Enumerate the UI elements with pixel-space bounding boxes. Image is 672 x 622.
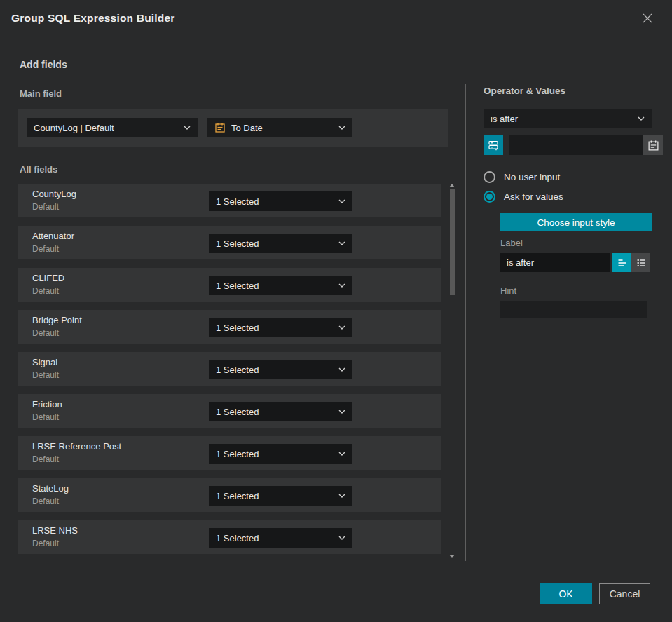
field-sublabel: Default xyxy=(32,244,59,254)
main-field-date-select[interactable]: To Date xyxy=(207,118,352,137)
field-row: CLIFED Default 1 Selected xyxy=(18,268,441,302)
field-sublabel: Default xyxy=(32,539,59,548)
field-row: StateLog Default 1 Selected xyxy=(18,478,441,512)
group-sql-expression-builder-dialog: Group SQL Expression Builder Add fields … xyxy=(0,0,672,622)
field-name: LRSE Reference Post xyxy=(32,441,121,452)
value-input[interactable] xyxy=(509,135,643,155)
field-selected-dropdown[interactable]: 1 Selected xyxy=(209,318,352,337)
chevron-down-icon xyxy=(338,283,345,288)
chevron-down-icon xyxy=(338,126,345,130)
all-fields-list: CountyLog Default 1 Selected Attenuator … xyxy=(18,184,441,554)
ok-button[interactable]: OK xyxy=(540,583,592,604)
field-selected-dropdown[interactable]: 1 Selected xyxy=(209,276,352,295)
scrollbar-thumb[interactable] xyxy=(450,189,455,295)
chevron-down-icon xyxy=(338,325,345,330)
chevron-down-icon xyxy=(338,241,345,245)
field-row: LRSE NHS Default 1 Selected xyxy=(18,520,441,554)
label-field-label: Label xyxy=(500,238,652,248)
add-fields-heading: Add fields xyxy=(20,59,67,70)
chevron-down-icon xyxy=(338,410,345,414)
field-sublabel: Default xyxy=(32,496,59,506)
list-scrollbar[interactable] xyxy=(447,182,457,560)
field-selected-dropdown[interactable]: 1 Selected xyxy=(209,191,352,211)
field-row: Bridge Point Default 1 Selected xyxy=(18,310,441,344)
panel-divider xyxy=(465,84,466,561)
field-row: Friction Default 1 Selected xyxy=(18,394,441,428)
label-input-row xyxy=(500,253,652,272)
field-sublabel: Default xyxy=(32,412,59,422)
field-name: LRSE NHS xyxy=(32,525,78,536)
radio-label: Ask for values xyxy=(504,191,563,202)
all-fields-label: All fields xyxy=(20,164,57,175)
field-name: Signal xyxy=(32,357,57,367)
operator-values-heading: Operator & Values xyxy=(484,86,565,96)
selected-count: 1 Selected xyxy=(216,365,259,375)
field-selected-dropdown[interactable]: 1 Selected xyxy=(209,486,352,506)
selected-count: 1 Selected xyxy=(216,449,259,459)
main-field-date-value: To Date xyxy=(231,123,263,133)
chevron-down-icon xyxy=(338,367,345,372)
field-name: StateLog xyxy=(32,483,69,494)
hint-field-label: Hint xyxy=(500,285,652,296)
ask-values-options: Choose input style Label xyxy=(500,213,652,318)
chevron-down-icon xyxy=(184,126,191,130)
main-field-panel: CountyLog | Default To Date xyxy=(18,109,448,147)
chevron-down-icon xyxy=(338,494,345,498)
field-sublabel: Default xyxy=(32,454,59,464)
value-input-row xyxy=(484,135,652,155)
main-field-select-value: CountyLog | Default xyxy=(34,123,114,133)
single-input-style-icon[interactable] xyxy=(612,253,631,272)
scroll-down-arrow-icon[interactable] xyxy=(449,555,455,558)
label-input[interactable] xyxy=(500,253,610,272)
calendar-icon[interactable] xyxy=(643,135,663,155)
field-sublabel: Default xyxy=(32,370,59,380)
cancel-button[interactable]: Cancel xyxy=(599,583,650,604)
main-field-select[interactable]: CountyLog | Default xyxy=(27,118,198,137)
field-selected-dropdown[interactable]: 1 Selected xyxy=(209,234,352,253)
field-row: Signal Default 1 Selected xyxy=(18,352,441,386)
operator-select-value: is after xyxy=(491,114,518,124)
radio-icon xyxy=(484,191,495,203)
scroll-up-arrow-icon[interactable] xyxy=(449,184,455,187)
radio-icon xyxy=(484,171,495,183)
field-selected-dropdown[interactable]: 1 Selected xyxy=(209,528,352,548)
field-name: CLIFED xyxy=(32,273,64,283)
radio-ask-for-values[interactable]: Ask for values xyxy=(484,191,563,203)
close-icon[interactable] xyxy=(640,11,655,26)
field-sublabel: Default xyxy=(32,202,59,212)
field-row: Attenuator Default 1 Selected xyxy=(18,226,441,259)
field-selected-dropdown[interactable]: 1 Selected xyxy=(209,402,352,421)
selected-count: 1 Selected xyxy=(216,323,259,333)
field-selected-dropdown[interactable]: 1 Selected xyxy=(209,444,352,464)
selected-count: 1 Selected xyxy=(216,238,259,249)
operator-select[interactable]: is after xyxy=(484,109,652,128)
field-name: Bridge Point xyxy=(32,315,82,325)
field-name: Friction xyxy=(32,399,62,410)
calendar-icon xyxy=(214,122,226,133)
radio-label: No user input xyxy=(504,172,560,182)
chevron-down-icon xyxy=(338,452,345,456)
main-field-label: Main field xyxy=(20,88,62,99)
field-row: CountyLog Default 1 Selected xyxy=(18,184,441,217)
chevron-down-icon xyxy=(338,199,345,203)
radio-no-user-input[interactable]: No user input xyxy=(484,171,560,183)
chevron-down-icon xyxy=(638,116,645,121)
selected-count: 1 Selected xyxy=(216,196,259,207)
field-row: LRSE Reference Post Default 1 Selected xyxy=(18,436,441,470)
dialog-header: Group SQL Expression Builder xyxy=(0,0,672,36)
field-name: Attenuator xyxy=(32,231,74,241)
selected-count: 1 Selected xyxy=(216,491,259,501)
stacked-values-icon[interactable] xyxy=(484,135,503,155)
field-sublabel: Default xyxy=(32,286,59,296)
chevron-down-icon xyxy=(338,536,345,540)
selected-count: 1 Selected xyxy=(216,280,259,291)
selected-count: 1 Selected xyxy=(216,533,259,543)
dialog-title: Group SQL Expression Builder xyxy=(11,12,175,25)
choose-input-style-button[interactable]: Choose input style xyxy=(500,213,652,231)
list-input-style-icon[interactable] xyxy=(631,253,650,272)
field-sublabel: Default xyxy=(32,328,59,338)
field-name: CountyLog xyxy=(32,189,76,199)
selected-count: 1 Selected xyxy=(216,407,259,417)
field-selected-dropdown[interactable]: 1 Selected xyxy=(209,360,352,379)
hint-input[interactable] xyxy=(500,301,647,318)
